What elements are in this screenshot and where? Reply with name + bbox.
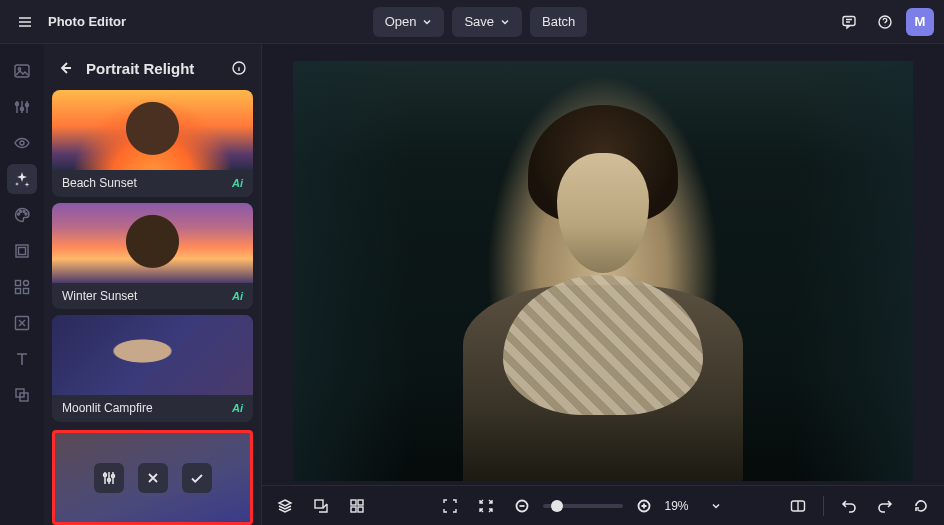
preset-list: Beach Sunset Ai Winter Sunset Ai Moonlit… xyxy=(52,90,253,422)
svg-rect-14 xyxy=(16,281,21,286)
plus-icon xyxy=(637,499,651,513)
preset-thumb xyxy=(52,90,253,170)
sliders-icon xyxy=(101,470,117,486)
canvas[interactable] xyxy=(262,44,944,485)
tool-retouch[interactable] xyxy=(7,308,37,338)
batch-label: Batch xyxy=(542,14,575,29)
preset-moonlit-campfire[interactable]: Moonlit Campfire Ai xyxy=(52,315,253,422)
preset-label: Winter Sunset xyxy=(62,289,137,303)
retouch-icon xyxy=(13,314,31,332)
tool-frame[interactable] xyxy=(7,236,37,266)
open-label: Open xyxy=(385,14,417,29)
adjust-preset-button[interactable] xyxy=(94,463,124,493)
zoom-out-button[interactable] xyxy=(507,491,537,521)
photo xyxy=(293,61,913,481)
help-icon xyxy=(877,14,893,30)
tool-eye[interactable] xyxy=(7,128,37,158)
preset-thumb xyxy=(52,203,253,283)
compare-icon xyxy=(789,497,807,515)
ai-badge: Ai xyxy=(232,402,243,414)
apply-preset-button[interactable] xyxy=(182,463,212,493)
zoom-slider[interactable] xyxy=(543,504,623,508)
shapes-icon xyxy=(13,278,31,296)
frame-icon xyxy=(13,242,31,260)
fit-screen-button[interactable] xyxy=(435,491,465,521)
save-label: Save xyxy=(464,14,494,29)
tool-elements[interactable] xyxy=(7,272,37,302)
svg-point-11 xyxy=(25,213,27,215)
save-button[interactable]: Save xyxy=(452,7,522,37)
chevron-down-icon xyxy=(422,17,432,27)
tool-overlay[interactable] xyxy=(7,380,37,410)
undo-icon xyxy=(840,497,858,515)
preset-label: Moonlit Campfire xyxy=(62,401,153,415)
chat-icon xyxy=(841,14,857,30)
preset-beach-sunset[interactable]: Beach Sunset Ai xyxy=(52,90,253,197)
undo-button[interactable] xyxy=(834,491,864,521)
svg-rect-2 xyxy=(15,65,29,77)
svg-rect-25 xyxy=(315,500,323,508)
grid-icon xyxy=(348,497,366,515)
svg-point-15 xyxy=(24,281,29,286)
back-button[interactable] xyxy=(54,56,78,80)
close-icon xyxy=(146,471,160,485)
info-button[interactable] xyxy=(227,56,251,80)
preset-winter-sunset[interactable]: Winter Sunset Ai xyxy=(52,203,253,310)
eye-icon xyxy=(13,134,31,152)
reset-button[interactable] xyxy=(906,491,936,521)
svg-point-9 xyxy=(20,211,22,213)
batch-button[interactable]: Batch xyxy=(530,7,587,37)
svg-rect-29 xyxy=(358,507,363,512)
canvas-area: 19% xyxy=(262,44,944,525)
collapse-icon xyxy=(477,497,495,515)
svg-rect-0 xyxy=(843,16,855,25)
tool-text[interactable] xyxy=(7,344,37,374)
grid-button[interactable] xyxy=(342,491,372,521)
svg-rect-26 xyxy=(351,500,356,505)
svg-rect-28 xyxy=(351,507,356,512)
app-title: Photo Editor xyxy=(48,14,126,29)
arrow-left-icon xyxy=(58,60,74,76)
redo-button[interactable] xyxy=(870,491,900,521)
portrait-subject xyxy=(528,105,678,225)
info-icon xyxy=(231,60,247,76)
cancel-preset-button[interactable] xyxy=(138,463,168,493)
content: Portrait Relight Beach Sunset Ai Winter … xyxy=(0,44,944,525)
preset-label: Beach Sunset xyxy=(62,176,137,190)
preset-action-box xyxy=(52,430,253,525)
svg-rect-27 xyxy=(358,500,363,505)
topbar: Photo Editor Open Save Batch M xyxy=(0,0,944,44)
layers-button[interactable] xyxy=(270,491,300,521)
tool-adjust[interactable] xyxy=(7,92,37,122)
preset-thumb xyxy=(52,315,253,395)
compare-button[interactable] xyxy=(783,491,813,521)
actual-size-button[interactable] xyxy=(471,491,501,521)
tool-image[interactable] xyxy=(7,56,37,86)
minus-icon xyxy=(515,499,529,513)
overlay-icon xyxy=(13,386,31,404)
bottom-toolbar: 19% xyxy=(262,485,944,525)
zoom-in-button[interactable] xyxy=(629,491,659,521)
divider xyxy=(823,496,824,516)
export-button[interactable] xyxy=(306,491,336,521)
palette-icon xyxy=(13,206,31,224)
svg-point-8 xyxy=(18,213,20,215)
avatar[interactable]: M xyxy=(906,8,934,36)
check-icon xyxy=(189,470,205,486)
menu-button[interactable] xyxy=(10,7,40,37)
export-icon xyxy=(312,497,330,515)
side-panel: Portrait Relight Beach Sunset Ai Winter … xyxy=(44,44,262,525)
redo-icon xyxy=(876,497,894,515)
chevron-down-icon[interactable] xyxy=(711,501,721,511)
tool-effects[interactable] xyxy=(7,164,37,194)
tool-color[interactable] xyxy=(7,200,37,230)
panel-title: Portrait Relight xyxy=(86,60,219,77)
open-button[interactable]: Open xyxy=(373,7,445,37)
sparkle-icon xyxy=(13,170,31,188)
help-button[interactable] xyxy=(870,7,900,37)
feedback-button[interactable] xyxy=(834,7,864,37)
svg-point-7 xyxy=(20,141,24,145)
zoom-value: 19% xyxy=(665,499,705,513)
text-icon xyxy=(13,350,31,368)
chevron-down-icon xyxy=(500,17,510,27)
